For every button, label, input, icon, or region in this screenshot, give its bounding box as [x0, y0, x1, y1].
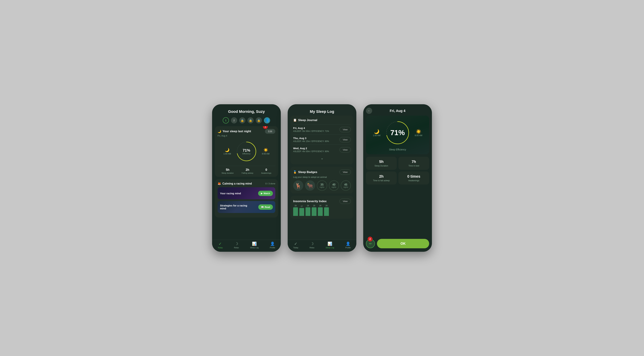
nav-sleeplog-1[interactable]: 📊 Sleep Log [250, 242, 259, 249]
step-book[interactable]: 📘 [264, 117, 270, 124]
bar-2: 27 [299, 205, 304, 216]
efficiency-card: 🌙 1:00 AM 71% ☀️ 8:00 [366, 116, 429, 154]
log-entry-3: Wed, Aug 2 ASLEEP: 4hr 00m / EFFICIENCY:… [293, 145, 351, 155]
screen2-scroll: 📋 Sleep Journal Fri, Aug 4 ASLEEP: 5hr 0… [288, 116, 356, 240]
ok-button[interactable]: OK [377, 239, 429, 248]
sleep-card: 1 🌙 Your sleep last night Edit Fri, Aug … [215, 126, 278, 177]
racing-card: 🦊 Calming a racing mind 0 / 3 done Your … [215, 179, 278, 217]
moon-time-left: 🌙 1:00 AM [373, 129, 380, 137]
nav-profile-2[interactable]: 👤 Profile [345, 242, 351, 249]
badge-locked-35: 35 nights [317, 180, 327, 191]
stat-awakenings: 0 Awakenings [261, 168, 271, 174]
fox-icon: 🦊 [218, 182, 221, 185]
screen1-scroll: 1 🌙 Your sleep last night Edit Fri, Aug … [212, 126, 281, 240]
expand-button[interactable]: ⌄ [293, 155, 351, 162]
sleep-stats: 5h Sleep duration 2h Falling asleep 0 Aw… [218, 166, 275, 174]
sleep-card-date: Fri, Aug 4 [218, 135, 275, 137]
insomnia-header: Insomnia Severity Index View [293, 198, 351, 204]
eff-circle-area: 🌙 1:00 AM 71% ☀️ 8:00 [373, 119, 422, 147]
moon-small-icon: 🌙 [224, 148, 231, 152]
metric-fall-asleep: 2h Time to fall asleep [366, 172, 397, 184]
edit-button[interactable]: Edit [265, 129, 275, 134]
metric-sleep-duration: 5h Sleep Duration [366, 157, 397, 170]
sun-time-right: ☀️ 8:00 AM [415, 129, 422, 137]
sleep-card-title: 🌙 Your sleep last night [218, 130, 251, 133]
efficiency-circle: 71% Efficiency [234, 139, 258, 164]
badges-row: 🦌 🐂 35 nights 40 nights 45 nights [293, 180, 351, 191]
badges-view-button[interactable]: View [340, 170, 351, 175]
log-entry-1-info: Fri, Aug 4 ASLEEP: 5hr 00m / EFFICIENCY:… [293, 127, 329, 132]
metric-awakenings: 0 times Awakenings [398, 172, 429, 184]
circle-area: 🌙 1:00 AM 71% Efficiency [218, 139, 275, 164]
bar-3: 28 [306, 204, 310, 216]
lesson-1-text: Your racing mind [220, 192, 241, 195]
badges-title: 🏅 Sleep Badges [293, 170, 317, 174]
read-button[interactable]: 📖 Read [258, 204, 273, 210]
log-entry-2-info: Thu, Aug 3 ASLEEP: 4hr 15m / EFFICIENCY:… [293, 137, 329, 143]
insomnia-view-button[interactable]: View [340, 198, 351, 204]
bottom-nav-1: ✓ Today ☽ Relax 📊 Sleep Log 👤 Profile [212, 240, 281, 252]
sun-small-icon: ☀️ [262, 148, 270, 152]
screen-3: ← Fri, Aug 4 🌙 1:00 AM [363, 104, 432, 252]
nav-relax-1[interactable]: ☽ Relax [234, 242, 239, 249]
step-1[interactable]: 1 [223, 117, 229, 124]
eff-circle-wrapper: 71% [384, 119, 411, 147]
nav-today-2[interactable]: ✓ Today [293, 242, 298, 249]
lesson-2-text: Strategies for a racing mind [220, 204, 249, 210]
insomnia-title: Insomnia Severity Index [293, 200, 327, 203]
screen-2: My Sleep Log 📋 Sleep Journal Fri, Aug 4 … [288, 104, 356, 252]
book-icon: 📖 [261, 206, 264, 208]
profile-icon-2: 👤 [346, 242, 350, 246]
relax-icon: ☽ [235, 242, 238, 246]
time-left: 🌙 1:00 AM [224, 148, 231, 155]
journal-title: 📋 Sleep Journal [293, 118, 351, 122]
step-2[interactable]: 2 [231, 117, 237, 124]
screen3-scroll: 🌙 1:00 AM 71% ☀️ 8:00 [363, 116, 432, 239]
eff-center: 71% [390, 129, 405, 137]
circle-center: 71% Efficiency [242, 148, 250, 155]
lesson-item-1: Your racing mind ▶ Watch [218, 187, 275, 199]
check-icon-2: ✓ [294, 242, 297, 246]
nav-today-1[interactable]: ✓ Today [218, 242, 223, 249]
nav-relax-2[interactable]: ☽ Relax [310, 242, 314, 249]
stat-falling: 2h Falling asleep [242, 168, 253, 174]
screen-1: Good Morning, Suzy 1 2 🔒 🔒 🔒 📘 1 🌙 Your … [212, 104, 281, 252]
back-button[interactable]: ← [366, 108, 372, 114]
watch-button[interactable]: ▶ Watch [258, 191, 273, 196]
badge-locked-40: 40 nights [329, 180, 339, 191]
time-right: ☀️ 8:00 AM [262, 148, 270, 155]
view-button-3[interactable]: View [340, 147, 351, 153]
log-entry-2: Thu, Aug 3 ASLEEP: 4hr 15m / EFFICIENCY:… [293, 135, 351, 145]
badge-deer: 🦌 [293, 180, 303, 191]
play-icon: ▶ [261, 192, 262, 195]
relax-icon-2: ☽ [310, 242, 314, 246]
journal-icon: 📋 [293, 118, 297, 122]
badge-locked-45: 45 nights [341, 180, 351, 191]
metrics-grid: 5h Sleep Duration 7h Time in bed 2h Time… [366, 157, 429, 184]
racing-header: 🦊 Calming a racing mind 0 / 3 done [218, 182, 275, 185]
step-locked-2: 🔒 [248, 117, 254, 124]
view-button-2[interactable]: View [340, 137, 351, 142]
check-icon: ✓ [218, 242, 222, 246]
screen1-title: Good Morning, Suzy [212, 104, 281, 116]
sun-eff-icon: ☀️ [415, 129, 422, 134]
insomnia-section: Insomnia Severity Index View 28 27 28 [290, 196, 354, 219]
log-entry-1: Fri, Aug 4 ASLEEP: 5hr 00m / EFFICIENCY:… [293, 124, 351, 135]
sleep-journal-section: 📋 Sleep Journal Fri, Aug 4 ASLEEP: 5hr 0… [290, 116, 354, 164]
bar-1: 28 [293, 204, 298, 216]
bottom-actions: 2 ✏ OK [366, 239, 429, 252]
eff-label: Sleep Efficiency [389, 148, 406, 151]
badge-ox: 🐂 [305, 180, 315, 191]
log-entry-3-info: Wed, Aug 2 ASLEEP: 4hr 00m / EFFICIENCY:… [293, 147, 329, 153]
progress-dots: 1 2 🔒 🔒 🔒 📘 [212, 116, 281, 126]
sleep-badges-section: 🏅 Sleep Badges View Log your sleep to ad… [290, 167, 354, 193]
view-button-1[interactable]: View [340, 127, 351, 132]
bar-chart: 28 27 28 28 [293, 206, 351, 216]
badges-header: 🏅 Sleep Badges View [293, 170, 351, 175]
racing-progress: 0 / 3 done [265, 182, 275, 185]
nav-profile-1[interactable]: 👤 Profile [270, 242, 275, 249]
nav-sleeplog-2[interactable]: 📊 Sleep Log [326, 242, 334, 249]
bar-6: 28 [324, 204, 329, 216]
chart-icon-2: 📊 [328, 242, 332, 246]
bottom-nav-2: ✓ Today ☽ Relax 📊 Sleep Log 👤 Profile [288, 240, 356, 252]
